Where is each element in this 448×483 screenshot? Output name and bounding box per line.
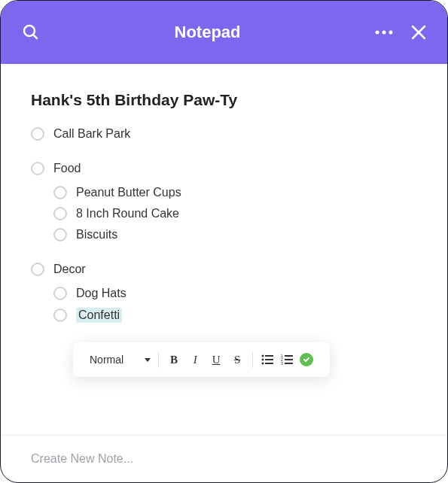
svg-point-4 [389,31,393,35]
checkbox-icon[interactable] [53,308,67,322]
search-icon[interactable] [22,23,40,41]
svg-rect-18 [285,363,293,364]
footer [1,435,447,482]
header: Notepad [1,1,447,64]
checkbox-icon[interactable] [31,263,44,276]
strikethrough-button[interactable]: S [230,354,245,366]
svg-point-2 [376,31,379,35]
checklist-item[interactable]: Peanut Butter Cups [53,186,417,199]
underline-button[interactable]: U [209,354,224,366]
app-title: Notepad [175,23,241,42]
checklist-label[interactable]: Decor [53,263,86,276]
format-toolbar: Normal B I U S [73,342,330,377]
checklist-item[interactable]: Dog Hats [53,287,417,300]
checkbox-icon[interactable] [31,127,44,141]
close-icon[interactable] [411,25,426,40]
note-title[interactable]: Hank's 5th Birthday Paw-Ty [31,91,417,109]
svg-rect-14 [285,355,293,357]
svg-point-7 [262,355,264,357]
checkbox-icon[interactable] [53,186,67,199]
checkbox-icon[interactable] [53,228,67,242]
note-content: Hank's 5th Birthday Paw-Ty Call Bark Par… [1,64,447,435]
checkbox-icon[interactable] [53,207,67,220]
checklist-label[interactable]: Confetti [76,308,122,323]
svg-rect-10 [265,359,273,360]
checkbox-icon[interactable] [31,162,44,175]
checklist-item[interactable]: Food [31,162,417,175]
text-style-select[interactable]: Normal [90,354,151,366]
text-style-label: Normal [90,354,123,366]
checklist-label[interactable]: Peanut Butter Cups [76,186,181,199]
checklist-item[interactable]: Decor [31,263,417,276]
checklist-item[interactable]: Call Bark Park [31,127,417,141]
bold-button[interactable]: B [166,354,181,366]
checklist: Call Bark Park Food Peanut Butter Cups 8… [31,127,417,323]
more-icon[interactable] [375,30,393,35]
checklist-label[interactable]: Biscuits [76,228,117,242]
italic-button[interactable]: I [187,354,203,366]
new-note-input[interactable] [31,452,417,466]
checklist-item[interactable]: 8 Inch Round Cake [53,207,417,220]
numbered-list-button[interactable]: 1 2 3 [280,353,294,366]
checklist-button[interactable] [300,353,313,366]
svg-text:3: 3 [281,361,283,365]
checklist-label[interactable]: Dog Hats [76,287,126,300]
chevron-down-icon [145,358,151,362]
svg-point-9 [262,359,264,361]
checkbox-icon[interactable] [53,287,67,300]
svg-point-11 [262,363,264,365]
checklist-label[interactable]: 8 Inch Round Cake [76,207,179,220]
svg-line-1 [33,35,37,38]
checklist-label[interactable]: Food [53,162,81,175]
bullet-list-button[interactable] [261,353,274,366]
svg-rect-8 [265,355,273,357]
svg-rect-12 [265,363,273,364]
checklist-item[interactable]: Confetti [53,308,417,323]
checklist-item[interactable]: Biscuits [53,228,417,242]
checklist-label[interactable]: Call Bark Park [53,127,130,141]
notepad-window: Notepad Hank's 5th Birthday Paw-Ty [0,0,448,483]
svg-point-3 [382,31,386,35]
svg-rect-16 [285,359,293,360]
